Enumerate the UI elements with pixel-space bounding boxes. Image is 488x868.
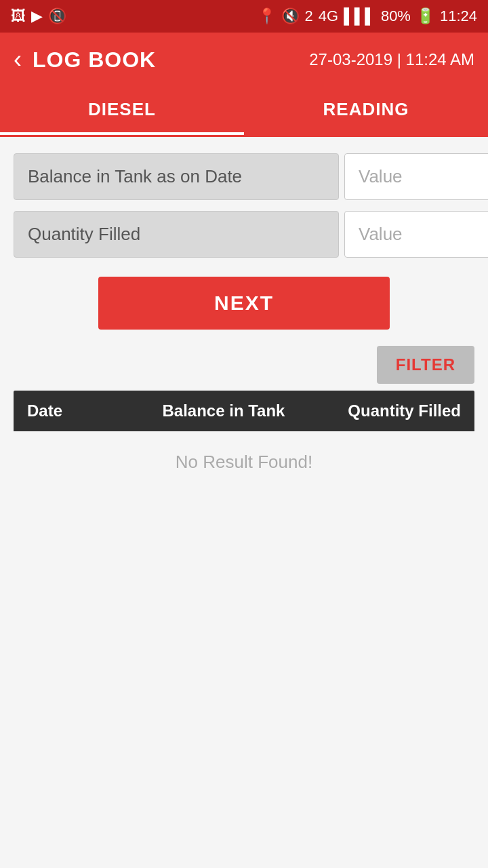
network-icon: 4G [319, 7, 338, 25]
back-button[interactable]: ‹ [14, 47, 22, 72]
location-icon: 📍 [258, 7, 276, 25]
filter-button[interactable]: FILTER [377, 346, 474, 384]
col-quantity-header: Quantity Filled [319, 401, 468, 420]
next-button[interactable]: NEXT [98, 277, 390, 330]
battery-icon: 🔋 [416, 7, 434, 25]
balance-row: Balance in Tank as on Date [14, 153, 474, 200]
page-title: LOG BOOK [33, 47, 156, 73]
header-datetime: 27-03-2019 | 11:24 AM [309, 50, 474, 69]
battery-level: 80% [381, 7, 411, 25]
youtube-icon: ▶ [31, 7, 43, 25]
image-icon: 🖼 [11, 7, 26, 25]
volume-icon: 🔇 [281, 7, 300, 25]
app-header: ‹ LOG BOOK 27-03-2019 | 11:24 AM [0, 33, 488, 87]
balance-label: Balance in Tank as on Date [14, 153, 339, 200]
tab-reading[interactable]: READING [244, 87, 488, 135]
quantity-input[interactable] [344, 211, 488, 258]
signal-icon: 📵 [48, 7, 66, 25]
status-bar: 🖼 ▶ 📵 📍 🔇 2 4G ▌▌▌ 80% 🔋 11:24 [0, 0, 488, 33]
no-result-message: No Result Found! [176, 431, 312, 493]
table-body: No Result Found! [14, 431, 474, 493]
col-date-header: Date [20, 401, 129, 420]
signal-bars-icon: ▌▌▌ [344, 7, 375, 25]
tab-diesel[interactable]: DIESEL [0, 87, 244, 135]
status-icons: 🖼 ▶ 📵 [11, 7, 66, 25]
tab-bar: DIESEL READING [0, 87, 488, 137]
quantity-row: Quantity Filled [14, 211, 474, 258]
balance-input[interactable] [344, 153, 488, 200]
table-header: Date Balance in Tank Quantity Filled [14, 391, 474, 431]
sim-icon: 2 [305, 7, 313, 25]
filter-row: FILTER [14, 346, 474, 384]
col-balance-header: Balance in Tank [129, 401, 319, 420]
status-right: 📍 🔇 2 4G ▌▌▌ 80% 🔋 11:24 [258, 7, 477, 25]
header-left: ‹ LOG BOOK [14, 47, 156, 73]
time-display: 11:24 [440, 7, 477, 25]
quantity-label: Quantity Filled [14, 211, 339, 258]
main-content: Balance in Tank as on Date Quantity Fill… [0, 137, 488, 868]
